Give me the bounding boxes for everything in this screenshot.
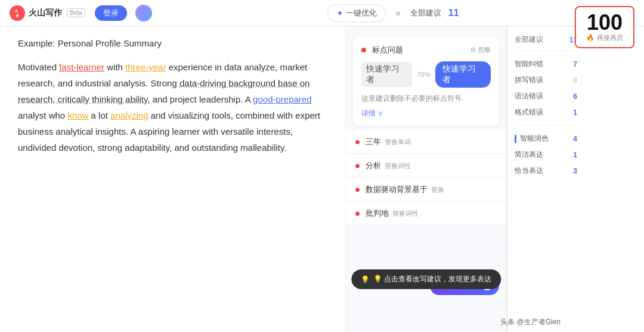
optimize-label: 一键优化 <box>346 8 377 18</box>
item-count: 3 <box>573 167 577 175</box>
highlight-three-year[interactable]: three-year <box>125 62 166 72</box>
right-sidebar: 全部建议 11 智能纠错 7 拼写错误 0 语法错误 6 格式错误 1 智能润色… <box>507 26 584 332</box>
item-label: 简洁表达 <box>515 150 543 160</box>
main-area: Example: Personal Profile Summary Motiva… <box>0 26 644 332</box>
suggestions-label: 全部建议 <box>410 8 441 18</box>
highlight-good-prepared[interactable]: good-prepared <box>253 94 311 104</box>
item-label: 格式错误 <box>515 107 543 117</box>
avatar-button[interactable] <box>135 5 152 21</box>
item-dot <box>355 164 360 168</box>
text-with: with <box>104 62 125 72</box>
list-item[interactable]: 分析 替换词性 <box>346 154 506 178</box>
item-count: 1 <box>573 108 577 117</box>
sidebar-item-smart-polish[interactable]: 智能润色 4 <box>515 131 577 147</box>
topbar: 火山写作 Beta 登录 ✦ 一键优化 » 全部建议 11 <box>0 0 644 26</box>
word-suggestion[interactable]: 快速学习者 <box>435 61 491 88</box>
beta-badge: Beta <box>67 8 85 17</box>
word-row: 快速学习者 70% 快速学习者 <box>361 61 491 88</box>
sidebar-item-smart-correct[interactable]: 智能纠错 7 <box>515 56 577 72</box>
watermark: 头条 @生产者Glen <box>500 317 561 327</box>
item-count: 1 <box>573 151 577 159</box>
suggestion-note: 这里建议删除不必要的标点符号. <box>361 94 491 104</box>
card-header: 标点问题 ⊖ 忽略 <box>361 44 491 55</box>
tooltip-float: 💡 💡 点击查看改写建议，发现更多表达 <box>351 269 501 289</box>
item-count: 7 <box>573 60 577 69</box>
bulb-icon: 💡 <box>361 275 370 284</box>
word-score: 70% <box>417 71 430 78</box>
sidebar-divider-2 <box>515 125 577 126</box>
logo-icon <box>10 5 25 21</box>
suggestion-panel: 标点问题 ⊖ 忽略 快速学习者 70% 快速学习者 这里建议删除不必要的标点符号… <box>346 26 507 332</box>
word-original: 快速学习者 <box>361 62 412 87</box>
sidebar-item-concise[interactable]: 简洁表达 1 <box>515 147 577 163</box>
topbar-center: ✦ 一键优化 » 全部建议 11 <box>152 4 634 22</box>
item-tag: 替换单词 <box>385 138 411 147</box>
item-label: 恰当表达 <box>515 166 543 176</box>
score-icon: 🔥 <box>586 34 595 41</box>
item-text: 三年 <box>366 136 381 147</box>
login-button[interactable]: 登录 <box>95 5 127 21</box>
item-tag: 替换词性 <box>385 162 411 170</box>
item-dot <box>355 140 360 144</box>
item-label: 智能润色 <box>520 134 549 144</box>
score-number: 100 <box>582 12 627 33</box>
type-dot <box>361 48 366 52</box>
score-label: 🔥 再接再厉 <box>582 33 627 42</box>
list-item[interactable]: 批判地 替换词性 <box>346 202 506 225</box>
item-text: 批判地 <box>366 208 389 219</box>
star-icon: ✦ <box>336 8 343 18</box>
item-text: 数据驱动背景基于 <box>366 184 428 195</box>
item-label: 智能纠错 <box>515 59 543 69</box>
item-text: 分析 <box>366 160 381 171</box>
sidebar-item-grammar[interactable]: 语法错误 6 <box>515 88 577 104</box>
suggestion-card: 标点问题 ⊖ 忽略 快速学习者 70% 快速学习者 这里建议删除不必要的标点符号… <box>353 37 499 126</box>
suggestions-count: 11 <box>448 8 459 18</box>
all-suggestions-label: 全部建议 <box>515 35 543 45</box>
tooltip-text: 💡 点击查看改写建议，发现更多表达 <box>373 274 491 284</box>
item-count: 0 <box>573 76 577 85</box>
item-tag: 替换词性 <box>392 209 419 218</box>
indicator <box>515 135 516 143</box>
list-item[interactable]: 三年 替换单词 <box>346 131 506 154</box>
detail-button[interactable]: 详情 ∨ <box>361 108 491 119</box>
score-box: 100 🔥 再接再厉 <box>575 6 634 48</box>
sidebar-item-format[interactable]: 格式错误 1 <box>515 104 577 120</box>
highlight-fast-learner[interactable]: fast-learner <box>59 62 104 72</box>
highlight-analyzing[interactable]: analyzing <box>110 110 148 120</box>
highlight-know[interactable]: know <box>67 110 88 120</box>
doc-body: Motivated fast-learner with three-year e… <box>18 59 327 156</box>
logo-area: 火山写作 Beta 登录 <box>10 5 152 21</box>
item-label: 拼写错误 <box>515 75 543 85</box>
editor-panel: Example: Personal Profile Summary Motiva… <box>0 26 346 332</box>
item-count: 6 <box>573 92 577 101</box>
item-tag: 替换 <box>431 185 444 194</box>
card-type: 标点问题 <box>361 44 403 55</box>
sidebar-divider <box>515 51 577 51</box>
doc-title: Example: Personal Profile Summary <box>18 38 327 48</box>
type-label: 标点问题 <box>372 45 403 54</box>
sidebar-item-appropriate[interactable]: 恰当表达 3 <box>515 163 577 179</box>
sidebar-item-spelling[interactable]: 拼写错误 0 <box>515 72 577 88</box>
ignore-button[interactable]: ⊖ 忽略 <box>470 45 491 54</box>
text-and-project: , and project leadership. A <box>147 94 253 104</box>
text-before-h1: Motivated <box>18 62 59 72</box>
sidebar-all-label: 全部建议 11 <box>515 35 577 45</box>
list-item[interactable]: 数据驱动背景基于 替换 <box>346 178 506 201</box>
score-sublabel: 再接再厉 <box>597 34 623 41</box>
text-analyst: analyst who <box>18 110 67 120</box>
app-name: 火山写作 <box>29 8 62 18</box>
item-count: 4 <box>573 135 577 143</box>
text-lot: a lot <box>88 110 110 120</box>
item-dot <box>355 212 360 216</box>
item-label: 语法错误 <box>515 91 543 101</box>
more-button[interactable]: » <box>391 5 405 21</box>
item-dot <box>355 188 360 192</box>
optimize-button[interactable]: ✦ 一键优化 <box>327 4 386 22</box>
